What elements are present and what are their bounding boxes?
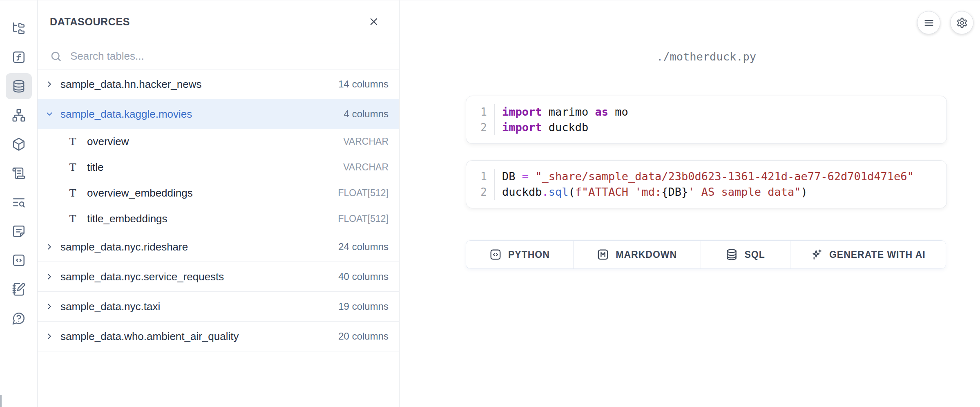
table-row[interactable]: sample_data.hn.hacker_news 14 columns (38, 69, 399, 99)
document-icon (12, 224, 26, 238)
table-column-count: 40 columns (338, 271, 388, 282)
column-type: VARCHAR (343, 136, 388, 147)
column-name: overview (87, 135, 343, 148)
column-row[interactable]: T title_embeddings FLOAT[512] (38, 206, 399, 232)
topbar-actions (917, 11, 973, 34)
package-box-icon (12, 137, 26, 151)
cell-content: 12 import marimo as moimport duckdb (466, 96, 947, 143)
table-list: sample_data.hn.hacker_news 14 columns sa… (38, 69, 399, 407)
generate-with-ai-button[interactable]: GENERATE WITH AI (790, 241, 946, 268)
table-name: sample_data.nyc.rideshare (60, 241, 338, 253)
code-line: DB = "_share/sample_data/23b0d623-1361-4… (502, 169, 914, 184)
sidebar-item-logs[interactable] (6, 160, 32, 186)
table-row[interactable]: sample_data.nyc.taxi 19 columns (38, 292, 399, 321)
sidebar-item-dependencies[interactable] (6, 102, 32, 128)
dependency-graph-icon (12, 108, 26, 122)
table-row[interactable]: sample_data.kaggle.movies 4 columns (38, 99, 399, 129)
sidebar-item-variables[interactable] (6, 44, 32, 70)
table-row[interactable]: sample_data.nyc.service_requests 40 colu… (38, 262, 399, 291)
cell-content: 12 DB = "_share/sample_data/23b0d623-136… (466, 161, 947, 208)
table-group: sample_data.hn.hacker_news 14 columns (38, 69, 399, 99)
sidebar-item-outline-search[interactable] (6, 189, 32, 215)
table-name: sample_data.nyc.taxi (60, 300, 338, 313)
scroll-logs-icon (12, 166, 26, 180)
line-numbers: 12 (466, 104, 495, 135)
chevron-right-icon[interactable] (45, 331, 54, 341)
search-input[interactable] (70, 50, 387, 63)
type-letter-icon: T (68, 161, 77, 173)
sparkles-icon (810, 248, 823, 261)
sidebar-item-snippets[interactable] (6, 247, 32, 273)
left-icon-rail (0, 0, 38, 407)
table-row[interactable]: sample_data.who.ambient_air_quality 20 c… (38, 322, 399, 351)
scrollbar-thumb[interactable] (0, 395, 2, 407)
type-letter-icon: T (68, 136, 77, 148)
column-type: FLOAT[512] (338, 188, 388, 199)
sidebar-item-datasources[interactable] (6, 73, 32, 99)
column-row[interactable]: T overview_embeddings FLOAT[512] (38, 180, 399, 206)
code-line: duckdb.sql(f"ATTACH 'md:{DB}' AS sample_… (502, 184, 914, 200)
menu-icon (923, 17, 935, 29)
notebook-pen-icon (12, 282, 26, 296)
chevron-right-icon[interactable] (45, 242, 54, 252)
table-column-count: 20 columns (338, 331, 388, 342)
table-name: sample_data.nyc.service_requests (60, 271, 338, 283)
table-name: sample_data.hn.hacker_news (60, 78, 338, 91)
table-column-count: 19 columns (338, 301, 388, 312)
function-square-icon (12, 50, 26, 64)
column-row[interactable]: T title VARCHAR (38, 154, 399, 180)
table-group: sample_data.nyc.service_requests 40 colu… (38, 262, 399, 292)
chevron-right-icon[interactable] (45, 79, 54, 89)
sidebar-item-documentation[interactable] (6, 218, 32, 244)
cells-container: 12 import marimo as moimport duckdb 12 D… (466, 96, 947, 208)
column-row[interactable]: T overview VARCHAR (38, 129, 399, 154)
close-icon (368, 16, 379, 27)
chevron-right-icon[interactable] (45, 302, 54, 311)
add-sql-cell-button[interactable]: SQL (701, 241, 790, 268)
table-row[interactable]: sample_data.nyc.rideshare 24 columns (38, 232, 399, 262)
add-markdown-cell-button[interactable]: MARKDOWN (574, 241, 701, 268)
settings-gear-icon (956, 17, 968, 29)
type-letter-icon: T (68, 213, 77, 225)
table-group: sample_data.nyc.rideshare 24 columns (38, 232, 399, 262)
sidebar-item-scratchpad[interactable] (6, 276, 32, 302)
sidebar-item-packages[interactable] (6, 131, 32, 157)
sidebar-item-help[interactable] (6, 305, 32, 331)
add-python-cell-button[interactable]: PYTHON (466, 241, 574, 268)
chevron-right-icon[interactable] (45, 272, 54, 282)
table-column-count: 14 columns (338, 78, 388, 90)
column-name: title_embeddings (87, 212, 338, 225)
chevron-down-icon[interactable] (45, 109, 54, 119)
code-cell[interactable]: 12 import marimo as moimport duckdb (466, 96, 947, 144)
table-group: sample_data.kaggle.movies 4 columns T ov… (38, 99, 399, 232)
code-line: import marimo as mo (502, 104, 628, 120)
column-type: FLOAT[512] (338, 213, 388, 224)
table-group: sample_data.nyc.taxi 19 columns (38, 292, 399, 322)
database-icon (726, 248, 738, 261)
line-numbers: 12 (466, 169, 495, 200)
datasources-panel: DATASOURCES sample_data.hn.hacker_news 1… (38, 0, 400, 407)
help-chat-icon (12, 311, 26, 325)
menu-button[interactable] (917, 11, 940, 34)
code-line: import duckdb (502, 120, 628, 135)
search-icon (50, 50, 62, 63)
sidebar-item-file-explorer[interactable] (6, 15, 32, 41)
code-editor[interactable]: DB = "_share/sample_data/23b0d623-1361-4… (495, 169, 914, 200)
search-bar (38, 43, 399, 69)
code-editor[interactable]: import marimo as moimport duckdb (495, 104, 628, 135)
table-column-count: 24 columns (338, 241, 388, 253)
code-square-icon (12, 253, 26, 267)
database-icon (12, 79, 26, 93)
panel-header: DATASOURCES (38, 0, 399, 43)
table-name: sample_data.kaggle.movies (60, 108, 344, 121)
panel-title: DATASOURCES (50, 16, 130, 28)
table-column-count: 4 columns (344, 108, 388, 120)
notebook-main: ./motherduck.py 12 import marimo as moim… (400, 0, 980, 407)
code-cell[interactable]: 12 DB = "_share/sample_data/23b0d623-136… (466, 160, 947, 208)
type-letter-icon: T (68, 187, 77, 199)
notebook-filename[interactable]: ./motherduck.py (466, 50, 947, 63)
settings-button[interactable] (950, 11, 973, 34)
file-tree-icon (12, 21, 26, 35)
column-type: VARCHAR (343, 162, 388, 173)
close-panel-button[interactable] (368, 16, 379, 27)
